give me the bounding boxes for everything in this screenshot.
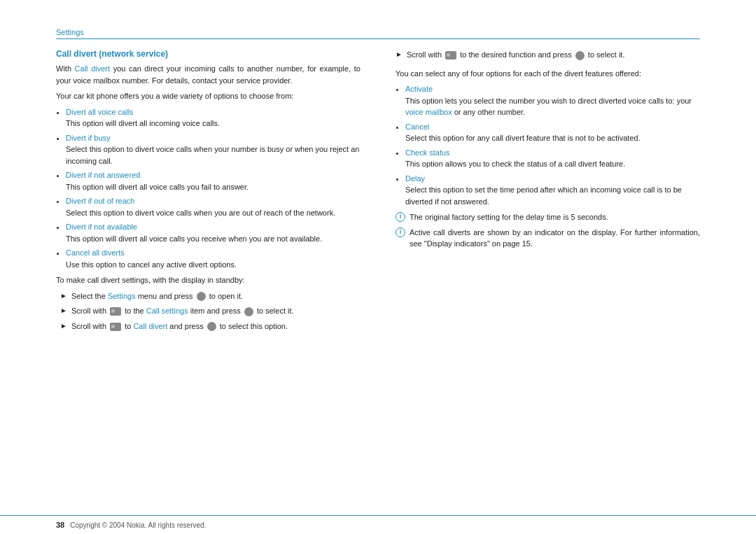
ok-icon bbox=[197, 292, 206, 301]
copyright: Copyright © 2004 Nokia. All rights reser… bbox=[70, 521, 206, 529]
options-intro: You can select any of four options for e… bbox=[396, 68, 700, 80]
section-heading: Call divert (network service) bbox=[56, 49, 360, 59]
arrow-list: ► Select the Settings menu and press to … bbox=[60, 290, 360, 332]
list-item: Activate This option lets you select the… bbox=[405, 83, 700, 118]
right-column: ► Scroll with to the desired function an… bbox=[388, 49, 700, 515]
list-item: Check status This option allows you to c… bbox=[405, 147, 700, 170]
arrow-symbol: ► bbox=[60, 305, 67, 316]
ok-icon bbox=[207, 322, 216, 331]
list-item: Delay Select this option to set the time… bbox=[405, 173, 700, 208]
two-column-layout: Call divert (network service) With Call … bbox=[56, 49, 700, 515]
note-2: i Active call diverts are shown by an in… bbox=[396, 227, 700, 250]
scroll-icon bbox=[110, 323, 121, 331]
arrow-symbol: ► bbox=[60, 321, 67, 331]
arrow-item: ► Scroll with to the Call settings item … bbox=[60, 305, 360, 317]
content-area: Settings Call divert (network service) W… bbox=[0, 0, 756, 515]
intro-para-2: Your car kit phone offers you a wide var… bbox=[56, 90, 360, 102]
scroll-icon bbox=[445, 51, 456, 59]
note-1: i The original factory setting for the d… bbox=[396, 211, 700, 223]
page-number: 38 bbox=[56, 521, 64, 529]
arrow-item: ► Scroll with to Call divert and press t… bbox=[60, 321, 360, 332]
scroll-icon bbox=[110, 307, 121, 316]
info-icon: i bbox=[396, 212, 405, 222]
options-list: Divert all voice calls This option will … bbox=[66, 106, 360, 271]
arrow-symbol: ► bbox=[60, 290, 67, 301]
left-column: Call divert (network service) With Call … bbox=[56, 49, 368, 515]
list-item: Cancel all diverts Use this option to ca… bbox=[66, 247, 360, 270]
info-icon: i bbox=[396, 227, 405, 237]
list-item: Divert all voice calls This option will … bbox=[66, 106, 360, 129]
list-item: Divert if busy Select this option to div… bbox=[66, 132, 360, 167]
standby-intro: To make call divert settings, with the d… bbox=[56, 274, 360, 286]
footer: 38 Copyright © 2004 Nokia. All rights re… bbox=[0, 515, 756, 534]
ok-icon bbox=[575, 51, 584, 60]
breadcrumb-line: Settings bbox=[56, 28, 700, 39]
list-item: Cancel Select this option for any call d… bbox=[405, 121, 700, 144]
intro-para-1: With Call divert you can direct your inc… bbox=[56, 63, 360, 86]
page: Settings Call divert (network service) W… bbox=[0, 0, 756, 534]
arrow-item: ► Select the Settings menu and press to … bbox=[60, 290, 360, 302]
list-item: Divert if not available This option will… bbox=[66, 221, 360, 244]
ok-icon bbox=[244, 307, 253, 316]
right-options-list: Activate This option lets you select the… bbox=[405, 83, 700, 207]
breadcrumb: Settings bbox=[56, 28, 84, 36]
list-item: Divert if out of reach Select this optio… bbox=[66, 195, 360, 218]
right-arrow-item: ► Scroll with to the desired function an… bbox=[396, 49, 700, 61]
call-divert-link: Call divert bbox=[75, 64, 110, 73]
list-item: Divert if not answered This option will … bbox=[66, 169, 360, 192]
arrow-symbol: ► bbox=[396, 49, 402, 59]
